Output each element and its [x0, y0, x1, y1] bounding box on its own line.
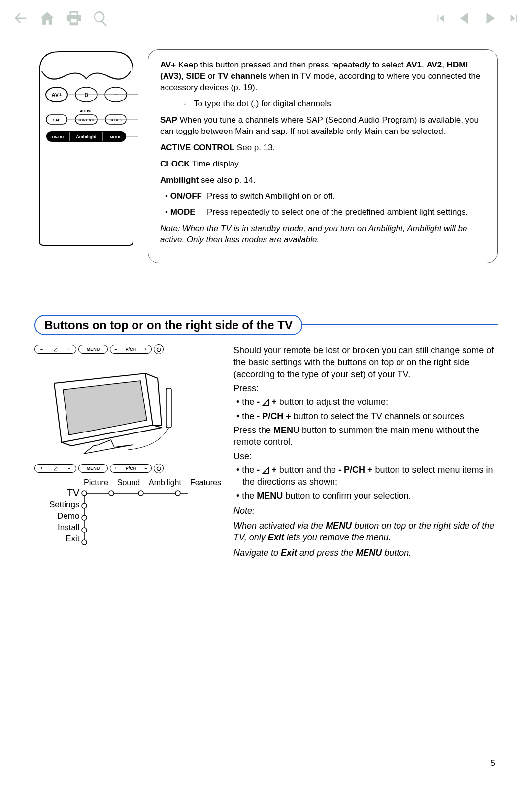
- svg-point-28: [138, 491, 143, 496]
- volume-bullet: • the - ◿ + button to adjust the volume;: [233, 396, 498, 408]
- sap-entry: SAP When you tune a channels where SAP (…: [160, 115, 485, 137]
- svg-text:SAP: SAP: [53, 118, 61, 122]
- use-label: Use:: [233, 450, 498, 462]
- remote-descriptions: AV+ Keep this button pressed and then pr…: [148, 49, 498, 263]
- prev-page-icon[interactable]: [456, 10, 472, 29]
- toolbar-right: [435, 10, 520, 29]
- press-label: Press:: [233, 382, 498, 394]
- onoff-entry: • ON/OFFPress to switch Ambilight on or …: [165, 191, 485, 202]
- bottom-button-bar: +◿– MENU +P/CH– ⏻: [34, 464, 221, 473]
- remote-description-section: AV+ 0 – ACTIVE SAP CONTROL CLOCK ON/OFF …: [34, 49, 498, 263]
- use-bullet1: • the - ◿ + button and the - P/CH + butt…: [233, 464, 498, 488]
- svg-point-29: [175, 491, 180, 496]
- tv-buttons-section: Buttons on top or on the right side of t…: [34, 315, 498, 561]
- remote-diagram: AV+ 0 – ACTIVE SAP CONTROL CLOCK ON/OFF …: [34, 49, 138, 263]
- search-icon[interactable]: [92, 10, 109, 29]
- ambilight-note: Note: When the TV is in standby mode, an…: [160, 223, 485, 246]
- svg-point-26: [82, 491, 87, 496]
- first-page-icon[interactable]: [435, 10, 446, 29]
- svg-point-27: [109, 491, 114, 496]
- page-content: AV+ 0 – ACTIVE SAP CONTROL CLOCK ON/OFF …: [0, 44, 532, 561]
- svg-text:ACTIVE: ACTIVE: [80, 109, 93, 113]
- svg-text:Ambilight: Ambilight: [76, 134, 97, 139]
- top-button-bar: –◿+ MENU –P/CH+ ⏻: [34, 344, 221, 354]
- active-control-entry: ACTIVE CONTROL See p. 13.: [160, 142, 485, 154]
- clock-entry: CLOCK Time display: [160, 159, 485, 170]
- mode-entry: • MODEPress repeatedly to select one of …: [165, 207, 485, 218]
- last-page-icon[interactable]: [509, 10, 520, 29]
- svg-point-31: [82, 515, 87, 520]
- tv-diagram-column: –◿+ MENU –P/CH+ ⏻ +◿– MENU: [34, 344, 221, 561]
- menu-press: Press the MENU button to summon the main…: [233, 424, 498, 448]
- home-icon[interactable]: [39, 10, 56, 29]
- pch-bullet: • the - P/CH + button to select the TV c…: [233, 410, 498, 422]
- note-line2: Navigate to Exit and press the MENU butt…: [233, 547, 498, 559]
- tv-button-text: Should your remote be lost or broken you…: [233, 344, 498, 561]
- svg-point-33: [82, 540, 87, 545]
- print-icon[interactable]: [66, 10, 82, 29]
- svg-text:MODE: MODE: [110, 135, 122, 139]
- next-page-icon[interactable]: [482, 10, 499, 29]
- note-heading: Note:: [233, 505, 498, 517]
- intro-text: Should your remote be lost or broken you…: [233, 344, 498, 380]
- svg-text:AV+: AV+: [52, 92, 62, 98]
- av-entry: AV+ Keep this button pressed and then pr…: [160, 60, 485, 94]
- note-line1: When activated via the MENU button on to…: [233, 520, 498, 544]
- svg-text:ON/OFF: ON/OFF: [52, 135, 66, 139]
- svg-point-32: [82, 528, 87, 532]
- section-title: Buttons on top or on the right side of t…: [34, 315, 302, 335]
- toolbar: [12, 10, 520, 29]
- use-bullet2: • the MENU button to confirm your select…: [233, 490, 498, 501]
- back-icon[interactable]: [12, 10, 29, 29]
- tv-illustration: [34, 361, 192, 457]
- toolbar-left: [12, 10, 109, 29]
- svg-point-30: [82, 503, 87, 508]
- dot-entry: -To type the dot (.) for digital channel…: [160, 99, 485, 110]
- svg-rect-23: [166, 388, 171, 428]
- menu-tree: Picture Sound Ambilight Features TV Sett…: [34, 478, 221, 551]
- ambilight-entry: Ambilight see also p. 14.: [160, 175, 485, 186]
- page-number: 5: [490, 758, 495, 768]
